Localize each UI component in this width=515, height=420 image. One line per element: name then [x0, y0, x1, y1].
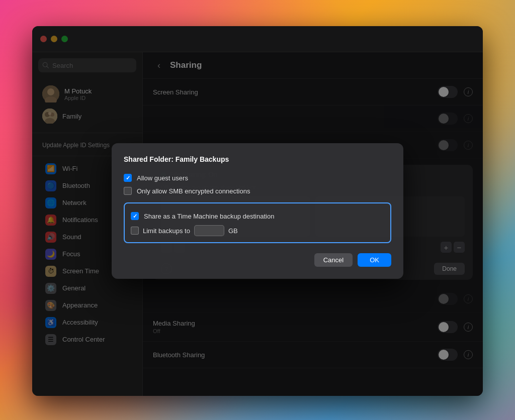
dialog-overlay: Shared Folder: Family Backups Allow gues…: [32, 26, 483, 396]
limit-row: Limit backups to GB: [131, 223, 384, 236]
allow-guest-row: Allow guest users: [124, 171, 391, 184]
time-machine-checkbox[interactable]: [131, 212, 139, 220]
time-machine-row: Share as a Time Machine backup destinati…: [131, 209, 384, 223]
limit-input[interactable]: [194, 225, 224, 236]
cancel-button[interactable]: Cancel: [314, 253, 353, 267]
limit-label: Limit backups to: [143, 227, 190, 235]
dialog-title: Shared Folder: Family Backups: [124, 155, 391, 163]
smb-row: Only allow SMB encrypted connections: [124, 184, 391, 197]
system-preferences-window: Search M Potuck Apple ID: [32, 26, 483, 396]
gb-label: GB: [228, 227, 238, 235]
limit-checkbox[interactable]: [131, 227, 139, 235]
shared-folder-dialog: Shared Folder: Family Backups Allow gues…: [112, 143, 403, 279]
allow-guest-label: Allow guest users: [137, 174, 188, 182]
time-machine-section: Share as a Time Machine backup destinati…: [124, 202, 391, 243]
allow-guest-checkbox[interactable]: [124, 174, 132, 182]
smb-checkbox[interactable]: [124, 187, 132, 195]
smb-label: Only allow SMB encrypted connections: [137, 187, 250, 195]
dialog-buttons: Cancel OK: [124, 253, 391, 267]
time-machine-label: Share as a Time Machine backup destinati…: [144, 213, 274, 220]
ok-button[interactable]: OK: [358, 253, 391, 267]
